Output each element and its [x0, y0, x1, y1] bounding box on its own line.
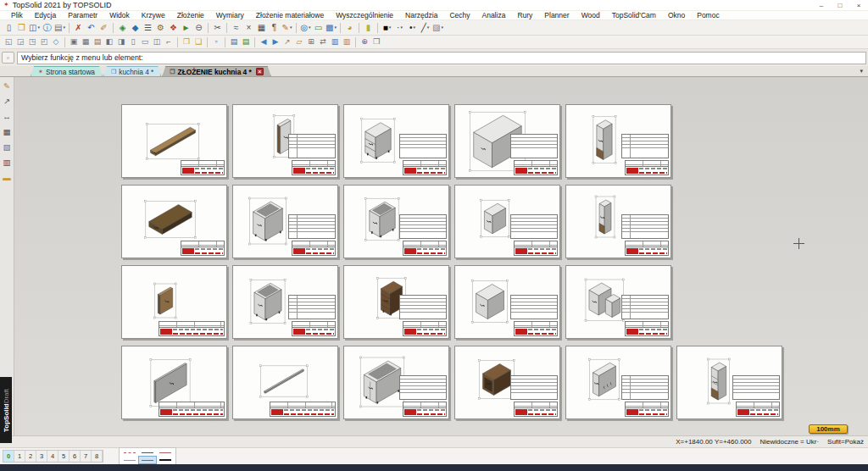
sheet-manager-icon[interactable]: ▤	[92, 36, 103, 47]
dropdown-arrow-icon[interactable]: ▾	[389, 25, 392, 30]
hatch-style-icon[interactable]: ▨▾	[431, 22, 444, 34]
drawing-sheet[interactable]	[232, 104, 338, 178]
menu-planner[interactable]: Planner	[538, 11, 575, 20]
delete-icon[interactable]: ✗	[72, 22, 85, 34]
drawing-sheet[interactable]	[454, 185, 560, 258]
render-bucket-icon[interactable]: ◕	[343, 22, 356, 34]
leader-arrow-tool[interactable]: ↗	[1, 95, 14, 108]
sheet-landscape-icon[interactable]: ▭	[139, 36, 151, 47]
image-tool[interactable]: ▧	[1, 141, 14, 153]
link-previous-icon[interactable]: ◀	[258, 36, 270, 47]
page-tab-2[interactable]: 2	[25, 451, 36, 462]
drawing-sheet[interactable]	[232, 265, 338, 339]
style-solid-red[interactable]	[157, 449, 174, 456]
material-browser-tool[interactable]: ▥	[1, 156, 14, 169]
window-tile-icon[interactable]: ▦	[80, 36, 92, 47]
page-format-icon[interactable]: ◫	[151, 36, 163, 47]
component-list-icon[interactable]: ☰	[142, 22, 154, 34]
page-tab-5[interactable]: 5	[58, 451, 70, 462]
analysis-run-icon[interactable]: ►	[180, 22, 192, 34]
document-info-icon[interactable]: ⓘ	[41, 22, 53, 34]
drawing-sheet[interactable]	[454, 104, 560, 178]
dropdown-arrow-icon[interactable]: ▾	[334, 25, 337, 30]
book-pages-icon[interactable]: ❑	[192, 36, 204, 47]
dropdown-arrow-icon[interactable]: ▾	[400, 25, 403, 30]
curve-pen-tool[interactable]: ✎	[1, 80, 14, 92]
tab-strona-startowa[interactable]: ✶Strona startowa	[31, 66, 103, 76]
dropdown-arrow-icon[interactable]: ▾	[37, 25, 40, 30]
hatch-tool-icon[interactable]: ▦	[255, 22, 268, 34]
image-view-icon[interactable]: ▩▾	[325, 22, 337, 34]
close-button[interactable]: ×	[849, 0, 868, 11]
text-tool-icon[interactable]: ¶	[268, 22, 281, 34]
tab-kuchnia-4[interactable]: ❐kuchnia 4 *	[103, 66, 161, 76]
menu-wood[interactable]: Wood	[576, 11, 606, 20]
page-tab-7[interactable]: 7	[81, 451, 92, 462]
frame-view-icon[interactable]: ▭	[312, 22, 325, 34]
menu-analiza[interactable]: Analiza	[476, 11, 511, 20]
assembly-update-icon[interactable]: ◈	[116, 22, 129, 34]
frame-corner-icon[interactable]: ⌐	[163, 36, 175, 47]
view-options-icon[interactable]: ◱	[3, 36, 14, 47]
zoom-magnifier-icon[interactable]: ◎▾	[299, 22, 312, 34]
drawing-sheet[interactable]	[454, 265, 560, 339]
menu-plik[interactable]: Plik	[5, 11, 29, 20]
sketch-tool-icon[interactable]: ✎▾	[281, 22, 293, 34]
save-icon[interactable]: ◫▾	[28, 22, 41, 34]
drawing-sheet[interactable]	[454, 346, 560, 419]
drawing-sheet[interactable]	[565, 185, 671, 258]
line-style-icon[interactable]: ╱▾	[419, 22, 431, 34]
page-tab-0[interactable]: 0	[3, 451, 14, 462]
command-prompt-field[interactable]: Wybierz funkcję z menu lub element:	[17, 52, 866, 64]
drawing-sheet[interactable]	[343, 346, 449, 419]
bom-update-icon[interactable]: ▤	[240, 36, 252, 47]
drawing-sheet[interactable]	[232, 346, 338, 419]
color-swatch-icon[interactable]: ■▾	[381, 22, 393, 34]
sheet-portrait-icon[interactable]: ▯	[127, 36, 139, 47]
drawing-sheet[interactable]	[121, 185, 227, 258]
menu-wyszczególnienie[interactable]: Wyszczególnienie	[330, 11, 399, 20]
point-style-small-icon[interactable]: ·▾	[393, 22, 406, 34]
build-tool-icon[interactable]: ⚙	[154, 22, 167, 34]
undo-icon[interactable]: ↶	[85, 22, 97, 34]
view-refresh-icon[interactable]: ◇	[50, 36, 62, 47]
note-editor-icon[interactable]: ▫	[210, 36, 222, 47]
dropdown-arrow-icon[interactable]: ▾	[427, 25, 430, 30]
detail-view-icon[interactable]: ◧	[103, 36, 115, 47]
sheet-move-icon[interactable]: ↗	[281, 36, 293, 47]
table-swap-icon[interactable]: ⇄	[317, 36, 329, 47]
maximize-button[interactable]: □	[831, 0, 849, 11]
window-cascade-icon[interactable]: ▣	[68, 36, 80, 47]
page-tab-4[interactable]: 4	[47, 451, 58, 462]
menu-złożenie-materiałowe[interactable]: Złożenie materiałowe	[250, 11, 330, 20]
style-dash-dot-red[interactable]	[121, 449, 138, 456]
view-shaded-icon[interactable]: ◲	[14, 36, 26, 47]
trim-tool-icon[interactable]: ×	[242, 22, 255, 34]
menu-widok[interactable]: Widok	[103, 11, 136, 20]
print-icon[interactable]: ▤▾	[53, 22, 66, 34]
drawing-sheet[interactable]	[343, 265, 449, 339]
drawing-sheet[interactable]	[565, 104, 671, 178]
view-wireframe-icon[interactable]: ◳	[26, 36, 38, 47]
scale-indicator-button[interactable]: 100mm	[809, 424, 848, 434]
dropdown-arrow-icon[interactable]: ▾	[414, 25, 416, 30]
dropdown-arrow-icon[interactable]: ▾	[290, 25, 292, 30]
tab-overflow-arrow-icon[interactable]: ▾	[860, 68, 863, 75]
menu-złożenie[interactable]: Złożenie	[171, 11, 210, 20]
open-folder-icon[interactable]: ❒	[15, 22, 28, 34]
tab-zlozenie-kuchnia-4[interactable]: ❐ZŁOŻENIE kuchnia 4 *×	[162, 66, 270, 76]
point-style-large-icon[interactable]: •▾	[406, 22, 419, 34]
dropdown-arrow-icon[interactable]: ▾	[309, 25, 311, 30]
minimize-button[interactable]: –	[812, 0, 831, 11]
menu-narzędzia[interactable]: Narzędzia	[399, 11, 443, 20]
cut-scissors-icon[interactable]: ✂	[211, 22, 224, 34]
new-document-icon[interactable]: ▯	[3, 22, 15, 34]
menu-rury[interactable]: Rury	[511, 11, 538, 20]
prompt-options-button[interactable]: ▫	[2, 52, 14, 64]
menu-okno[interactable]: Okno	[662, 11, 691, 20]
datum-target-icon[interactable]: ⊕	[359, 36, 370, 47]
drawing-sheet[interactable]	[121, 104, 227, 178]
page-tab-6[interactable]: 6	[70, 451, 81, 462]
drawing-sheet[interactable]	[565, 265, 671, 339]
link-next-icon[interactable]: ▶	[270, 36, 281, 47]
